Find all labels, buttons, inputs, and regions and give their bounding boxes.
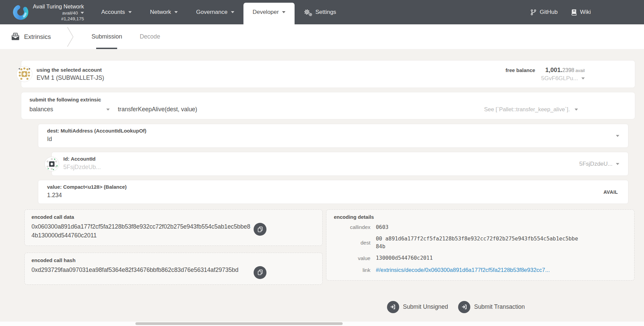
- encoding-details-grid: callindex 0603 dest 00 a891d6a177f2cf5fa…: [334, 224, 627, 274]
- selected-account-name: EVM 1 (SUBWALLET-JS): [37, 74, 104, 82]
- nav-governance[interactable]: Governance: [187, 0, 243, 24]
- github-link[interactable]: GitHub: [530, 9, 558, 16]
- decode-link[interactable]: #/extrinsics/decode/0x060300a891d6a177f2…: [376, 266, 579, 274]
- account-address-truncated: 5GvF6GLPu...: [541, 75, 578, 82]
- accountid-address-selector[interactable]: 5FsjDzdeU...: [579, 161, 619, 167]
- detail-key-callindex: callindex: [334, 224, 370, 230]
- app-root: Avail Turing Network avail/40 #1,249,175…: [0, 0, 644, 313]
- main-nav: Accounts Network Governance Developer: [92, 0, 345, 24]
- account-balance-block: free balance 1,001.2398avail 5GvF6GLPu..…: [506, 67, 585, 82]
- chevron-down-icon: [616, 163, 619, 165]
- encoded-call-data-row: 0x060300a891d6a177f2cf5fa2128b53f8e932cc…: [31, 222, 316, 240]
- value-param-label: value: Compact<u128> (Balance): [47, 184, 619, 190]
- settings-gears-icon: [304, 9, 312, 16]
- encoded-call-hash-box: encoded call hash 0xd293729faa097031ea98…: [24, 253, 323, 285]
- breadcrumb-chevron-icon: [66, 26, 74, 47]
- method-doc-text: See [`Pallet::transfer_keep_alive`].: [484, 106, 570, 113]
- pallet-select-value: balances: [29, 106, 53, 113]
- extrinsic-card: submit the following extrinsic balances …: [21, 92, 635, 119]
- free-balance-row: free balance 1,001.2398avail: [506, 67, 585, 74]
- detail-key-link: link: [334, 267, 370, 273]
- network-name: Avail Turing Network: [33, 3, 84, 10]
- accountid-param-box: Id: AccountId 5FsjDzdeU...: [51, 152, 628, 176]
- submit-actions: Submit Unsigned Submit Transaction: [21, 301, 635, 313]
- method-select[interactable]: transferKeepAlive(dest, value) See [`Pal…: [118, 106, 578, 113]
- chevron-down-icon: [231, 11, 234, 13]
- nav-settings-label: Settings: [315, 9, 336, 16]
- chevron-down-icon: [282, 11, 285, 13]
- account-address-selector[interactable]: 5GvF6GLPu...: [541, 75, 585, 82]
- accountid-input[interactable]: [63, 164, 369, 171]
- copy-call-data-button[interactable]: [254, 223, 266, 236]
- avail-logo-icon[interactable]: [12, 4, 29, 21]
- tab-decode[interactable]: Decode: [131, 24, 169, 49]
- value-unit-label: AVAIL: [603, 189, 618, 195]
- balance-integer: 1,001.: [545, 67, 562, 73]
- nav-developer[interactable]: Developer: [243, 3, 295, 24]
- detail-key-value: value: [334, 255, 370, 261]
- main-content: using the selected account EVM 1 (SUBWAL…: [0, 49, 644, 313]
- copy-call-hash-button[interactable]: [254, 266, 266, 279]
- wiki-label: Wiki: [580, 9, 591, 16]
- encoded-call-hash-row: 0xd293729faa097031ea98faf5364e82f34676bb…: [31, 265, 316, 279]
- tabs: Submission Decode: [83, 24, 169, 49]
- encoded-section: encoded call data 0x060300a891d6a177f2cf…: [24, 209, 644, 285]
- encoded-call-hash-value: 0xd293729faa097031ea98faf5364e82f34676bb…: [31, 265, 252, 274]
- brand: Avail Turing Network avail/40 #1,249,175: [12, 3, 84, 21]
- accountid-param-label: Id: AccountId: [63, 156, 619, 162]
- encoding-details-box: encoding details callindex 0603 dest 00 …: [326, 209, 635, 281]
- encoding-details-title: encoding details: [334, 214, 627, 220]
- external-links: GitHub Wiki: [530, 9, 591, 16]
- nav-settings[interactable]: Settings: [295, 0, 345, 24]
- account-selector-label: using the selected account: [37, 67, 104, 73]
- address-identicon[interactable]: [44, 157, 59, 171]
- detail-value-callindex: 0603: [376, 224, 579, 231]
- detail-value-dest: 00 a891d6a177f2cf5fa2128b53f8e932cc72f02…: [376, 235, 579, 250]
- github-label: GitHub: [540, 9, 558, 16]
- horizontal-scrollbar[interactable]: [0, 322, 644, 326]
- account-card: using the selected account EVM 1 (SUBWAL…: [21, 60, 635, 88]
- value-input[interactable]: [47, 192, 362, 199]
- submit-unsigned-label: Submit Unsigned: [403, 303, 448, 310]
- top-navigation-bar: Avail Turing Network avail/40 #1,249,175…: [0, 0, 644, 24]
- account-identicon[interactable]: [16, 66, 33, 82]
- nav-network[interactable]: Network: [141, 0, 187, 24]
- chain-spec: avail/40: [62, 10, 78, 16]
- dest-param-value: Id: [47, 136, 619, 143]
- free-balance-value: 1,001.2398avail: [545, 67, 585, 74]
- tab-submission[interactable]: Submission: [83, 24, 131, 49]
- submit-unsigned-button[interactable]: Submit Unsigned: [387, 301, 448, 313]
- dest-param-select[interactable]: dest: MultiAddress (AccountIdLookupOf) I…: [38, 124, 628, 148]
- account-selector[interactable]: using the selected account EVM 1 (SUBWAL…: [37, 67, 104, 82]
- chain-spec-selector[interactable]: avail/40: [62, 10, 84, 16]
- submit-transaction-label: Submit Transaction: [474, 303, 525, 310]
- page-subheader: Extrinsics Submission Decode: [0, 24, 644, 49]
- submit-transaction-button[interactable]: Submit Transaction: [458, 301, 525, 313]
- brand-text: Avail Turing Network avail/40 #1,249,175: [33, 3, 84, 21]
- encoded-outputs-column: encoded call data 0x060300a891d6a177f2cf…: [24, 209, 323, 285]
- page-title: Extrinsics: [24, 33, 51, 41]
- chevron-down-icon: [575, 109, 578, 111]
- best-block-number: #1,249,175: [61, 16, 84, 21]
- balance-decimals: 2398: [562, 67, 575, 73]
- chevron-down-icon: [616, 135, 619, 137]
- extrinsics-envelope-icon: [11, 33, 20, 41]
- value-param-box: value: Compact<u128> (Balance) AVAIL: [38, 180, 628, 204]
- chevron-down-icon: [174, 11, 178, 13]
- method-select-value: transferKeepAlive(dest, value): [118, 106, 197, 113]
- pallet-select[interactable]: balances: [29, 106, 110, 113]
- sign-in-icon: [458, 301, 470, 313]
- detail-key-dest: dest: [334, 240, 370, 246]
- book-icon: [571, 9, 577, 16]
- code-branch-icon: [530, 9, 537, 16]
- nav-accounts[interactable]: Accounts: [92, 0, 141, 24]
- nav-network-label: Network: [150, 9, 171, 16]
- chevron-down-icon: [581, 77, 585, 79]
- wiki-link[interactable]: Wiki: [571, 9, 591, 16]
- sign-in-icon: [387, 301, 399, 313]
- nav-governance-label: Governance: [196, 9, 228, 16]
- extrinsic-section-label: submit the following extrinsic: [29, 97, 635, 102]
- horizontal-scrollbar-thumb[interactable]: [135, 322, 343, 325]
- chevron-down-icon: [128, 11, 132, 13]
- detail-value-value: 130000d544760c2011: [376, 254, 579, 262]
